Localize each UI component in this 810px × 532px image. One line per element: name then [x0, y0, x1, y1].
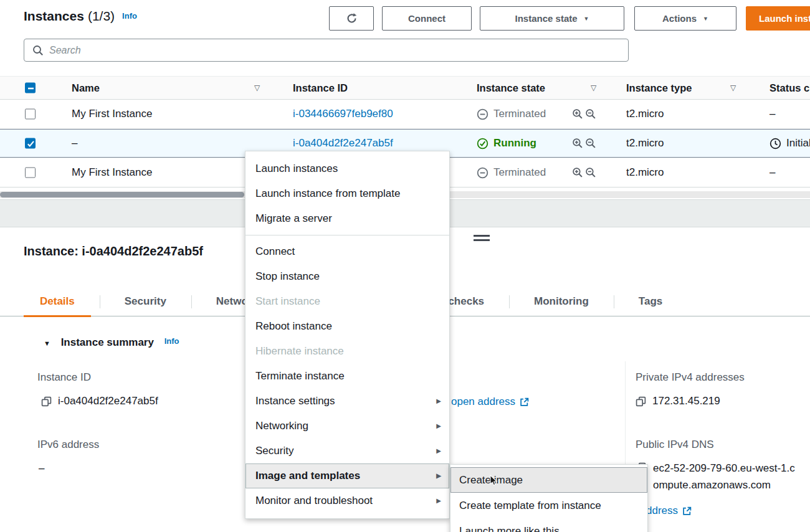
menu-item-connect[interactable]: Connect	[245, 239, 449, 264]
public-dns-text: ec2-52-209-79-60.eu-west-1.compute.amazo…	[636, 460, 796, 493]
zoom-out-icon[interactable]	[585, 138, 596, 149]
private-ipv4-text: 172.31.45.219	[652, 395, 720, 407]
ec2-console: Instances(1/3)Info Connect Instance stat…	[0, 0, 810, 532]
submenu-arrow-icon: ▶	[436, 414, 441, 439]
tab-monitoring[interactable]: Monitoring	[518, 288, 605, 315]
instance-state: Terminated	[477, 108, 546, 120]
launch-instances-button-label: Launch instances	[759, 13, 810, 24]
menu-divider	[245, 235, 449, 235]
select-all-checkbox[interactable]	[25, 83, 36, 93]
instance-count: (1/3)	[88, 9, 115, 23]
private-ipv4-value: 172.31.45.219	[636, 395, 720, 407]
menu-item-networking[interactable]: Networking▶	[245, 414, 449, 439]
chevron-down-icon: ▼	[584, 16, 589, 22]
instance-id-link[interactable]: i-0a404d2f2e247ab5f	[293, 137, 393, 150]
refresh-button[interactable]	[329, 6, 374, 31]
tab-security[interactable]: Security	[108, 288, 183, 315]
refresh-icon	[346, 12, 358, 24]
row-checkbox[interactable]	[25, 138, 36, 149]
public-dns-value: ec2-52-209-79-60.eu-west-1.compute.amazo…	[636, 460, 796, 493]
submenu-item-create-template-from-instance[interactable]: Create template from instance	[450, 493, 647, 518]
instance-id-link[interactable]: i-034466697feb9ef80	[293, 108, 393, 120]
menu-item-label: Monitor and troubleshoot	[255, 495, 373, 506]
state-filter-icons	[572, 167, 596, 178]
instances-info-link[interactable]: Info	[122, 11, 137, 21]
connect-button-label: Connect	[408, 13, 446, 24]
instance-state: Running	[477, 137, 536, 150]
instance-state: Terminated	[477, 166, 546, 179]
column-header-name[interactable]: Name	[72, 82, 100, 94]
row-checkbox[interactable]	[25, 168, 36, 178]
menu-item-launch-from-template[interactable]: Launch instance from template	[245, 181, 449, 206]
zoom-in-icon[interactable]	[572, 167, 583, 178]
menu-item-stop-instance[interactable]: Stop instance	[245, 264, 449, 289]
search-input[interactable]	[49, 40, 622, 60]
tab-tags[interactable]: Tags	[622, 288, 679, 315]
instance-state-dropdown[interactable]: Instance state ▼	[480, 6, 624, 31]
menu-item-launch-instances[interactable]: Launch instances	[245, 156, 449, 181]
instance-summary-title: Instance summary	[61, 336, 154, 348]
menu-item-reboot-instance[interactable]: Reboot instance	[245, 314, 449, 339]
column-header-status[interactable]: Status check	[770, 82, 810, 94]
panel-heading: Instance: i-0a404d2f2e247ab5f	[24, 244, 203, 259]
open-address-link-label[interactable]: open address	[451, 396, 515, 408]
menu-item-label: Networking	[255, 420, 308, 432]
zoom-in-icon[interactable]	[572, 138, 583, 149]
external-link-icon	[682, 506, 692, 516]
instance-id-value: i-0a404d2f2e247ab5f	[41, 395, 158, 407]
private-ipv4-label: Private IPv4 addresses	[636, 371, 745, 384]
search-box	[24, 39, 629, 62]
launch-instances-button[interactable]: Launch instances	[746, 6, 810, 31]
menu-item-terminate-instance[interactable]: Terminate instance	[245, 364, 449, 389]
instance-name: –	[72, 137, 77, 150]
tab-details[interactable]: Details	[24, 288, 91, 317]
instance-type: t2.micro	[626, 166, 664, 179]
column-header-instance-id[interactable]: Instance ID	[293, 82, 348, 94]
table-header: Name ▽ Instance ID Instance state ▽ Inst…	[0, 76, 810, 100]
submenu-item-create-image[interactable]: Create image	[450, 467, 647, 493]
filter-icon[interactable]: ▽	[254, 83, 260, 92]
indeterminate-icon	[26, 83, 36, 94]
clock-icon	[770, 138, 781, 150]
instance-summary-header: ▼ Instance summary Info	[44, 336, 179, 349]
menu-item-security[interactable]: Security▶	[245, 439, 449, 463]
menu-item-label: Image and templates	[255, 470, 360, 482]
instance-name: My First Instance	[72, 166, 152, 179]
menu-item-start-instance: Start instance	[245, 289, 449, 314]
instance-state-dropdown-label: Instance state	[515, 13, 578, 24]
menu-item-migrate-a-server[interactable]: Migrate a server	[245, 206, 449, 231]
state-filter-icons	[572, 108, 596, 120]
menu-item-monitor-and-troubleshoot[interactable]: Monitor and troubleshoot▶	[245, 488, 449, 513]
summary-info-link[interactable]: Info	[164, 336, 179, 346]
zoom-out-icon[interactable]	[585, 108, 596, 120]
context-menu: Launch instances Launch instance from te…	[245, 151, 450, 519]
zoom-in-icon[interactable]	[572, 108, 583, 120]
filter-icon[interactable]: ▽	[730, 83, 736, 92]
ipv6-value: –	[39, 462, 44, 475]
split-pane-handle-icon[interactable]	[474, 235, 490, 242]
row-checkbox[interactable]	[25, 109, 36, 120]
filter-icon[interactable]: ▽	[591, 83, 596, 92]
column-header-instance-type[interactable]: Instance type	[626, 82, 692, 94]
submenu-arrow-icon: ▶	[436, 488, 441, 513]
instance-name: My First Instance	[72, 108, 152, 120]
table-row[interactable]: My First Instance i-034466697feb9ef80 Te…	[0, 100, 810, 129]
copy-icon[interactable]	[41, 396, 52, 407]
instance-state-label: Running	[493, 137, 536, 150]
status-label: Initializing	[786, 137, 810, 150]
submenu-arrow-icon: ▶	[436, 389, 441, 414]
submenu-arrow-icon: ▶	[436, 463, 441, 488]
menu-item-instance-settings[interactable]: Instance settings▶	[245, 389, 449, 414]
zoom-out-icon[interactable]	[585, 167, 596, 178]
status-value: –	[770, 166, 775, 179]
connect-button[interactable]: Connect	[382, 6, 472, 31]
scrollbar-thumb[interactable]	[0, 192, 244, 197]
open-address-link[interactable]: open address	[451, 396, 529, 408]
column-header-instance-state[interactable]: Instance state	[477, 82, 545, 94]
menu-item-image-and-templates[interactable]: Image and templates▶	[245, 463, 449, 488]
copy-icon[interactable]	[636, 396, 646, 407]
collapse-triangle-icon[interactable]: ▼	[44, 340, 50, 347]
terminated-icon	[477, 167, 488, 179]
actions-dropdown[interactable]: Actions ▼	[634, 6, 736, 31]
submenu-item-launch-more-like-this[interactable]: Launch more like this	[450, 518, 647, 532]
